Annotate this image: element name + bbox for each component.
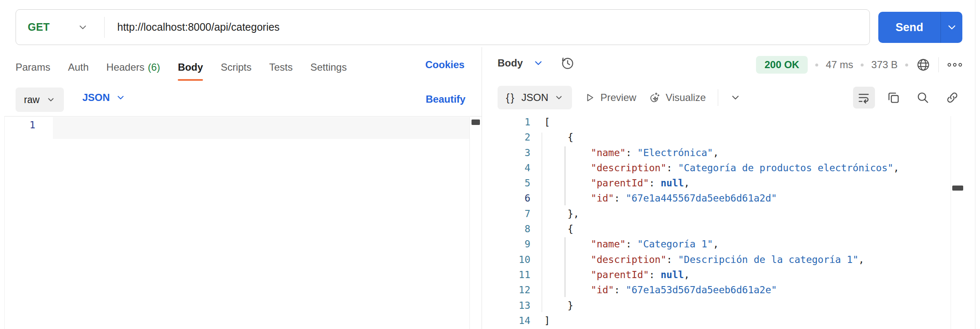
- code-line[interactable]: 9 "name": "Categoría 1",: [490, 236, 950, 252]
- network-globe-icon[interactable]: [916, 57, 931, 72]
- chevron-down-icon: [116, 93, 126, 103]
- editor-scrollbar-thumb[interactable]: [472, 119, 480, 125]
- code-content: "name": "Categoría 1",: [544, 239, 719, 249]
- code-content: "name": "Electrónica",: [544, 147, 719, 158]
- code-line[interactable]: 10 "description": "Descripción de la cat…: [490, 252, 950, 267]
- wrap-text-icon: [857, 90, 871, 105]
- response-body-viewer[interactable]: 1[2 {3 "name": "Electrónica",4 "descript…: [490, 114, 950, 328]
- copy-icon: [886, 90, 901, 105]
- line-number: 1: [490, 114, 530, 130]
- code-line[interactable]: 8 {: [490, 221, 950, 236]
- search-icon: [916, 90, 930, 105]
- divider: [4, 116, 5, 329]
- method-selector[interactable]: GET: [16, 21, 104, 33]
- code-content: "parentId": null,: [544, 178, 690, 188]
- line-number: 12: [490, 282, 530, 297]
- code-content: {: [544, 132, 573, 143]
- divider: [4, 116, 482, 117]
- indent-guide: [565, 237, 565, 297]
- search-button[interactable]: [912, 87, 934, 109]
- braces-icon: {}: [506, 92, 516, 104]
- play-outline-icon: [584, 92, 595, 103]
- visualize-label: Visualize: [666, 92, 706, 103]
- code-content: "id": "67e1a53d567da5eeb6d61a2e": [544, 284, 777, 295]
- wrap-text-button[interactable]: [853, 87, 875, 109]
- response-format-selector[interactable]: {} JSON: [498, 86, 572, 109]
- line-number: 4: [490, 160, 530, 175]
- code-content: "description": "Categoría de productos e…: [544, 162, 899, 173]
- body-language-label: JSON: [82, 92, 110, 103]
- code-line[interactable]: 13 }: [490, 298, 950, 313]
- code-line[interactable]: 1[: [490, 114, 950, 130]
- separator-dot: [815, 64, 818, 66]
- response-status-bar: 200 OK 47 ms 373 B: [756, 55, 963, 75]
- request-tabs: ParamsAuthHeaders(6)BodyScriptsTestsSett…: [16, 56, 347, 79]
- tab-body[interactable]: Body: [178, 61, 203, 73]
- code-line[interactable]: 7 },: [490, 206, 950, 221]
- chevron-down-icon[interactable]: [946, 21, 958, 33]
- line-number: 8: [490, 221, 530, 236]
- cookies-link[interactable]: Cookies: [425, 59, 464, 71]
- copy-button[interactable]: [883, 87, 904, 109]
- panel-divider[interactable]: [482, 47, 482, 329]
- line-number: 2: [490, 130, 530, 145]
- line-number: 5: [490, 175, 530, 191]
- response-scrollbar-thumb[interactable]: [952, 186, 963, 191]
- line-number: 6: [490, 191, 530, 206]
- chevron-down-icon: [554, 93, 564, 102]
- tab-label: Params: [16, 61, 50, 73]
- tab-label: Body: [178, 61, 203, 73]
- response-pane-selector[interactable]: Body: [498, 56, 575, 71]
- tab-settings[interactable]: Settings: [311, 61, 347, 73]
- tab-auth[interactable]: Auth: [68, 61, 89, 73]
- code-line[interactable]: 5 "parentId": null,: [490, 175, 950, 191]
- code-line[interactable]: 12 "id": "67e1a53d567da5eeb6d61a2e": [490, 282, 950, 297]
- tab-label: Scripts: [221, 61, 251, 73]
- code-line[interactable]: 3 "name": "Electrónica",: [490, 145, 950, 160]
- method-label: GET: [28, 21, 50, 33]
- code-content: },: [544, 208, 579, 219]
- tab-tests[interactable]: Tests: [269, 61, 292, 73]
- body-format-label: raw: [24, 94, 40, 106]
- line-number: 14: [490, 313, 530, 328]
- more-options-icon[interactable]: [946, 60, 963, 70]
- code-line[interactable]: 2 {: [490, 130, 950, 145]
- tab-headers[interactable]: Headers(6): [106, 61, 160, 73]
- response-format-label: JSON: [522, 92, 548, 103]
- separator-dot: [861, 64, 864, 66]
- url-input[interactable]: [105, 21, 869, 33]
- beautify-link[interactable]: Beautify: [426, 93, 466, 105]
- preview-button[interactable]: Preview: [584, 92, 636, 103]
- code-line[interactable]: 6 "id": "67e1a445567da5eeb6d61a2d": [490, 191, 950, 206]
- code-line[interactable]: 11 "parentId": null,: [490, 267, 950, 282]
- link-button[interactable]: [941, 87, 963, 109]
- tab-count-badge: (6): [148, 61, 160, 73]
- divider: [975, 0, 975, 329]
- divider: [718, 89, 718, 106]
- editor-active-line[interactable]: [53, 117, 469, 139]
- code-content: }: [544, 300, 573, 311]
- code-line[interactable]: 14]: [490, 313, 950, 328]
- code-line[interactable]: 4 "description": "Categoría de productos…: [490, 160, 950, 175]
- body-format-selector[interactable]: raw: [16, 88, 64, 112]
- preview-label: Preview: [601, 92, 636, 103]
- chevron-down-icon[interactable]: [730, 92, 741, 103]
- api-client-request-view: GET Send ParamsAuthHeaders(6)BodyScripts…: [0, 0, 980, 329]
- indent-guide: [542, 133, 542, 312]
- editor-line-number: 1: [4, 119, 42, 130]
- url-bar: GET: [16, 9, 870, 45]
- body-language-selector[interactable]: JSON: [82, 92, 126, 103]
- response-size: 373 B: [871, 59, 898, 71]
- tab-scripts[interactable]: Scripts: [221, 61, 251, 73]
- tab-params[interactable]: Params: [16, 61, 50, 73]
- response-toolbar: {} JSON Preview Visualize: [498, 86, 741, 109]
- response-history-icon[interactable]: [560, 56, 575, 71]
- code-content: "description": "Descripción de la catego…: [544, 254, 864, 265]
- visualize-button[interactable]: Visualize: [648, 91, 706, 104]
- send-button[interactable]: Send: [878, 12, 962, 43]
- line-number: 9: [490, 236, 530, 252]
- code-content: {: [544, 223, 573, 234]
- status-badge[interactable]: 200 OK: [756, 56, 808, 74]
- tab-label: Headers: [106, 61, 145, 73]
- code-content: "id": "67e1a445567da5eeb6d61a2d": [544, 193, 777, 204]
